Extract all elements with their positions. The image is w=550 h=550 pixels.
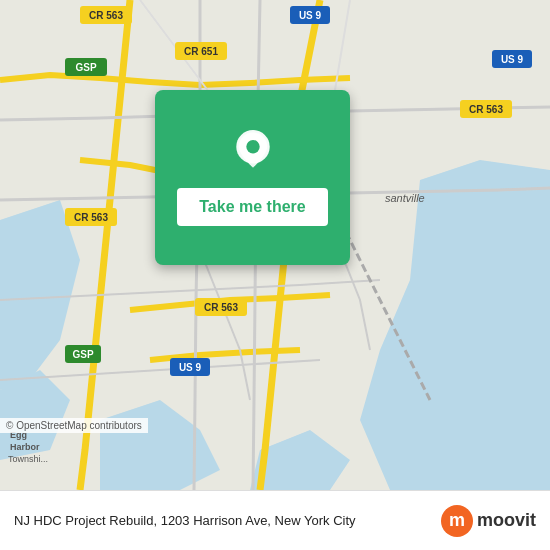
- svg-text:US 9: US 9: [501, 54, 524, 65]
- take-me-there-button[interactable]: Take me there: [177, 188, 327, 226]
- map-attribution: © OpenStreetMap contributors: [0, 418, 148, 433]
- svg-text:GSP: GSP: [75, 62, 96, 73]
- svg-text:US 9: US 9: [299, 10, 322, 21]
- moovit-logo: m moovit: [441, 505, 536, 537]
- moovit-icon: m: [441, 505, 473, 537]
- svg-text:CR 563: CR 563: [469, 104, 503, 115]
- svg-point-33: [246, 140, 259, 153]
- svg-text:CR 563: CR 563: [89, 10, 123, 21]
- svg-text:santville: santville: [385, 192, 425, 204]
- svg-text:CR 563: CR 563: [204, 302, 238, 313]
- svg-text:US 9: US 9: [179, 362, 202, 373]
- svg-text:Harbor: Harbor: [10, 442, 40, 452]
- footer: NJ HDC Project Rebuild, 1203 Harrison Av…: [0, 490, 550, 550]
- svg-text:GSP: GSP: [72, 349, 93, 360]
- svg-text:CR 651: CR 651: [184, 46, 218, 57]
- moovit-label: moovit: [477, 510, 536, 531]
- svg-text:Townshi...: Townshi...: [8, 454, 48, 464]
- address-label: NJ HDC Project Rebuild, 1203 Harrison Av…: [14, 513, 441, 528]
- map-container: CR 563 US 9 GSP CR 651 US 9 CR 563 US 9 …: [0, 0, 550, 490]
- action-card: Take me there: [155, 90, 350, 265]
- svg-text:CR 563: CR 563: [74, 212, 108, 223]
- location-pin-icon: [230, 130, 276, 176]
